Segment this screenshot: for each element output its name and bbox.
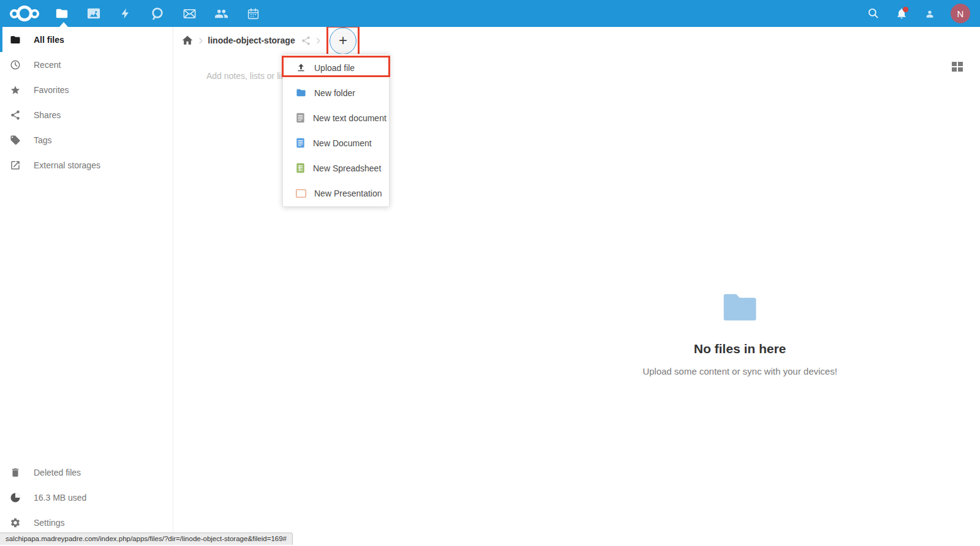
empty-state-subtitle: Upload some content or sync with your de… [556,366,924,376]
menu-item-label: New text document [313,113,386,123]
gear-icon [10,517,21,528]
files-sidebar: All files Recent Favorites Shares Tags E… [0,27,173,546]
active-app-caret [59,22,68,27]
user-avatar[interactable]: N [951,4,970,23]
presentation-icon [296,189,306,198]
sidebar-item-label: Recent [34,60,61,70]
quota-icon [10,492,21,503]
tutorial-highlight-plus: + [326,26,360,56]
new-folder-icon [296,88,306,98]
share-folder-icon[interactable] [301,36,311,46]
app-calendar-icon[interactable] [245,6,261,21]
app-contacts-icon[interactable] [213,6,229,21]
top-header-bar: N [0,0,980,27]
search-icon[interactable] [866,6,881,21]
notifications-bell-icon[interactable] [894,6,909,21]
menu-item-label: New folder [314,88,355,98]
empty-state-title: No files in here [556,342,924,356]
grid-view-toggle[interactable] [952,62,963,72]
menu-item-label: New Spreadsheet [313,163,381,173]
sidebar-item-label: Settings [34,518,65,528]
text-file-icon [296,113,305,123]
new-file-plus-button[interactable]: + [330,28,356,54]
sidebar-item-label: All files [34,35,64,45]
spreadsheet-icon [296,163,305,173]
sidebar-item-label: Deleted files [34,468,81,477]
breadcrumb: › linode-object-storage › + [174,27,980,54]
header-right-actions: N [866,4,970,23]
link-preview-statusbar: salchipapa.madreypadre.com/index.php/app… [0,533,293,545]
star-icon [10,84,21,95]
sidebar-item-shares[interactable]: Shares [0,102,173,127]
app-navigation-bar [54,6,261,21]
trash-icon [10,467,21,478]
sidebar-item-deleted-files[interactable]: Deleted files [0,460,173,485]
menu-item-new-spreadsheet[interactable]: New Spreadsheet [283,155,389,181]
share-icon [10,110,21,121]
sidebar-item-all-files[interactable]: All files [0,27,173,52]
notification-badge [903,7,908,12]
menu-item-new-text-document[interactable]: New text document [283,105,389,130]
home-icon[interactable] [181,34,194,47]
app-photos-icon[interactable] [86,6,102,21]
sidebar-item-favorites[interactable]: Favorites [0,77,173,102]
upload-icon [296,62,306,73]
menu-item-label: New Presentation [314,189,382,198]
menu-item-label: Upload file [314,63,355,73]
sidebar-item-label: Favorites [34,85,69,95]
app-mail-icon[interactable] [181,6,197,21]
chevron-right-icon: › [311,34,325,47]
new-file-menu: Upload file New folder New text document… [282,54,390,207]
folder-icon [10,34,21,45]
sidebar-footer: Deleted files 16.3 MB used Settings [0,460,173,535]
app-talk-icon[interactable] [149,6,165,21]
nextcloud-logo-icon[interactable] [10,6,44,21]
sidebar-item-label: 16.3 MB used [34,493,86,503]
sidebar-item-label: Shares [34,110,61,120]
clock-icon [10,59,21,70]
sidebar-item-label: External storages [34,160,100,170]
workspace-notes-placeholder[interactable]: Add notes, lists or lin [206,71,285,81]
sidebar-item-recent[interactable]: Recent [0,52,173,77]
sidebar-item-external-storages[interactable]: External storages [0,152,173,178]
empty-folder-state: No files in here Upload some content or … [556,293,924,376]
menu-item-new-folder[interactable]: New folder [283,80,389,105]
menu-item-new-document[interactable]: New Document [283,130,389,155]
tag-icon [10,135,21,146]
app-activity-icon[interactable] [118,6,134,21]
app-files-icon[interactable] [54,6,70,21]
menu-item-upload-file[interactable]: Upload file [283,55,389,80]
sidebar-item-label: Tags [34,135,52,145]
menu-item-new-presentation[interactable]: New Presentation [283,181,389,206]
sidebar-item-quota[interactable]: 16.3 MB used [0,485,173,510]
contacts-menu-icon[interactable] [922,6,937,21]
sidebar-item-tags[interactable]: Tags [0,127,173,152]
breadcrumb-current-folder[interactable]: linode-object-storage [208,36,295,45]
sidebar-item-settings[interactable]: Settings [0,510,173,535]
external-link-icon [10,160,21,171]
files-main-content: › linode-object-storage › + Add notes, l… [174,27,980,546]
empty-folder-icon [722,293,758,322]
chevron-right-icon: › [194,34,208,47]
document-icon [296,138,305,148]
menu-item-label: New Document [313,138,372,148]
logo-ring [17,6,32,21]
